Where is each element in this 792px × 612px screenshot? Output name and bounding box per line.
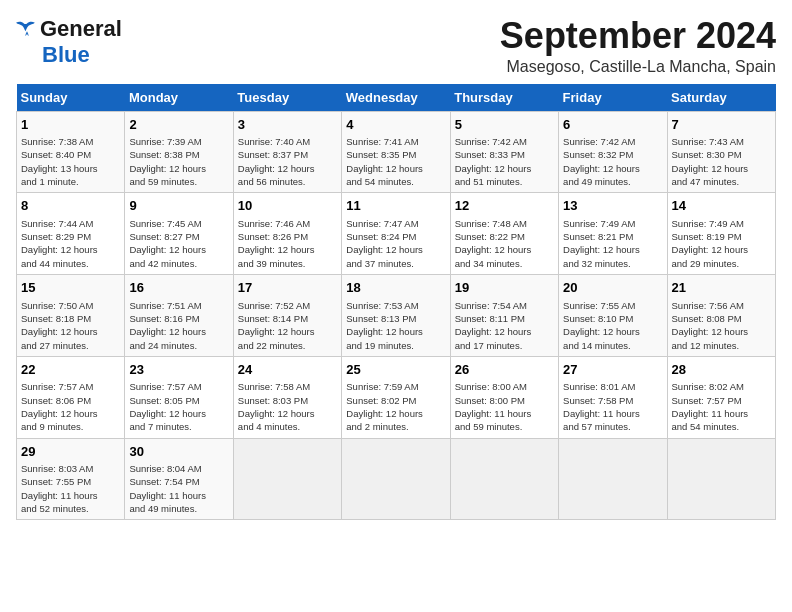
day-info: Sunrise: 7:58 AM Sunset: 8:03 PM Dayligh…: [238, 380, 337, 433]
calendar-header-row: SundayMondayTuesdayWednesdayThursdayFrid…: [17, 84, 776, 112]
day-info: Sunrise: 7:48 AM Sunset: 8:22 PM Dayligh…: [455, 217, 554, 270]
calendar-cell: 28Sunrise: 8:02 AM Sunset: 7:57 PM Dayli…: [667, 356, 775, 438]
day-info: Sunrise: 7:52 AM Sunset: 8:14 PM Dayligh…: [238, 299, 337, 352]
calendar-cell: 26Sunrise: 8:00 AM Sunset: 8:00 PM Dayli…: [450, 356, 558, 438]
calendar-cell: 17Sunrise: 7:52 AM Sunset: 8:14 PM Dayli…: [233, 275, 341, 357]
col-header-thursday: Thursday: [450, 84, 558, 112]
day-info: Sunrise: 7:44 AM Sunset: 8:29 PM Dayligh…: [21, 217, 120, 270]
day-info: Sunrise: 7:50 AM Sunset: 8:18 PM Dayligh…: [21, 299, 120, 352]
logo-blue: Blue: [42, 42, 90, 68]
calendar-table: SundayMondayTuesdayWednesdayThursdayFrid…: [16, 84, 776, 521]
calendar-cell: 8Sunrise: 7:44 AM Sunset: 8:29 PM Daylig…: [17, 193, 125, 275]
day-number: 18: [346, 279, 445, 297]
day-number: 16: [129, 279, 228, 297]
calendar-week-1: 1Sunrise: 7:38 AM Sunset: 8:40 PM Daylig…: [17, 111, 776, 193]
day-number: 29: [21, 443, 120, 461]
month-title: September 2024: [500, 16, 776, 56]
day-info: Sunrise: 7:46 AM Sunset: 8:26 PM Dayligh…: [238, 217, 337, 270]
day-number: 21: [672, 279, 771, 297]
calendar-cell: 27Sunrise: 8:01 AM Sunset: 7:58 PM Dayli…: [559, 356, 667, 438]
calendar-cell: 19Sunrise: 7:54 AM Sunset: 8:11 PM Dayli…: [450, 275, 558, 357]
day-number: 15: [21, 279, 120, 297]
calendar-cell: 12Sunrise: 7:48 AM Sunset: 8:22 PM Dayli…: [450, 193, 558, 275]
col-header-saturday: Saturday: [667, 84, 775, 112]
day-info: Sunrise: 7:39 AM Sunset: 8:38 PM Dayligh…: [129, 135, 228, 188]
day-number: 13: [563, 197, 662, 215]
calendar-cell: 1Sunrise: 7:38 AM Sunset: 8:40 PM Daylig…: [17, 111, 125, 193]
day-number: 27: [563, 361, 662, 379]
day-info: Sunrise: 7:38 AM Sunset: 8:40 PM Dayligh…: [21, 135, 120, 188]
calendar-cell: [342, 438, 450, 520]
calendar-cell: 18Sunrise: 7:53 AM Sunset: 8:13 PM Dayli…: [342, 275, 450, 357]
calendar-cell: 15Sunrise: 7:50 AM Sunset: 8:18 PM Dayli…: [17, 275, 125, 357]
calendar-cell: 20Sunrise: 7:55 AM Sunset: 8:10 PM Dayli…: [559, 275, 667, 357]
day-number: 10: [238, 197, 337, 215]
calendar-cell: 21Sunrise: 7:56 AM Sunset: 8:08 PM Dayli…: [667, 275, 775, 357]
day-info: Sunrise: 7:41 AM Sunset: 8:35 PM Dayligh…: [346, 135, 445, 188]
calendar-cell: 13Sunrise: 7:49 AM Sunset: 8:21 PM Dayli…: [559, 193, 667, 275]
day-info: Sunrise: 8:04 AM Sunset: 7:54 PM Dayligh…: [129, 462, 228, 515]
calendar-cell: 22Sunrise: 7:57 AM Sunset: 8:06 PM Dayli…: [17, 356, 125, 438]
calendar-week-4: 22Sunrise: 7:57 AM Sunset: 8:06 PM Dayli…: [17, 356, 776, 438]
bird-icon: [16, 20, 38, 38]
day-info: Sunrise: 7:55 AM Sunset: 8:10 PM Dayligh…: [563, 299, 662, 352]
calendar-cell: 23Sunrise: 7:57 AM Sunset: 8:05 PM Dayli…: [125, 356, 233, 438]
calendar-cell: [559, 438, 667, 520]
day-number: 19: [455, 279, 554, 297]
calendar-week-3: 15Sunrise: 7:50 AM Sunset: 8:18 PM Dayli…: [17, 275, 776, 357]
day-number: 20: [563, 279, 662, 297]
col-header-friday: Friday: [559, 84, 667, 112]
day-info: Sunrise: 7:57 AM Sunset: 8:06 PM Dayligh…: [21, 380, 120, 433]
day-number: 26: [455, 361, 554, 379]
day-info: Sunrise: 8:00 AM Sunset: 8:00 PM Dayligh…: [455, 380, 554, 433]
header: General Blue September 2024 Masegoso, Ca…: [16, 16, 776, 76]
day-number: 28: [672, 361, 771, 379]
day-info: Sunrise: 7:45 AM Sunset: 8:27 PM Dayligh…: [129, 217, 228, 270]
day-info: Sunrise: 7:53 AM Sunset: 8:13 PM Dayligh…: [346, 299, 445, 352]
calendar-cell: 9Sunrise: 7:45 AM Sunset: 8:27 PM Daylig…: [125, 193, 233, 275]
day-number: 22: [21, 361, 120, 379]
col-header-monday: Monday: [125, 84, 233, 112]
day-info: Sunrise: 7:40 AM Sunset: 8:37 PM Dayligh…: [238, 135, 337, 188]
day-info: Sunrise: 8:03 AM Sunset: 7:55 PM Dayligh…: [21, 462, 120, 515]
calendar-cell: 7Sunrise: 7:43 AM Sunset: 8:30 PM Daylig…: [667, 111, 775, 193]
logo: General Blue: [16, 16, 122, 68]
day-number: 12: [455, 197, 554, 215]
day-number: 24: [238, 361, 337, 379]
day-number: 14: [672, 197, 771, 215]
col-header-tuesday: Tuesday: [233, 84, 341, 112]
calendar-cell: [233, 438, 341, 520]
day-number: 23: [129, 361, 228, 379]
calendar-cell: 10Sunrise: 7:46 AM Sunset: 8:26 PM Dayli…: [233, 193, 341, 275]
day-info: Sunrise: 7:42 AM Sunset: 8:32 PM Dayligh…: [563, 135, 662, 188]
day-number: 4: [346, 116, 445, 134]
day-number: 7: [672, 116, 771, 134]
title-area: September 2024 Masegoso, Castille-La Man…: [500, 16, 776, 76]
day-info: Sunrise: 7:49 AM Sunset: 8:21 PM Dayligh…: [563, 217, 662, 270]
day-number: 1: [21, 116, 120, 134]
day-number: 30: [129, 443, 228, 461]
day-info: Sunrise: 7:47 AM Sunset: 8:24 PM Dayligh…: [346, 217, 445, 270]
logo-general: General: [40, 16, 122, 42]
day-number: 3: [238, 116, 337, 134]
calendar-cell: 3Sunrise: 7:40 AM Sunset: 8:37 PM Daylig…: [233, 111, 341, 193]
calendar-cell: 25Sunrise: 7:59 AM Sunset: 8:02 PM Dayli…: [342, 356, 450, 438]
calendar-cell: 11Sunrise: 7:47 AM Sunset: 8:24 PM Dayli…: [342, 193, 450, 275]
day-info: Sunrise: 7:42 AM Sunset: 8:33 PM Dayligh…: [455, 135, 554, 188]
day-number: 5: [455, 116, 554, 134]
calendar-cell: 4Sunrise: 7:41 AM Sunset: 8:35 PM Daylig…: [342, 111, 450, 193]
calendar-cell: 16Sunrise: 7:51 AM Sunset: 8:16 PM Dayli…: [125, 275, 233, 357]
calendar-cell: 14Sunrise: 7:49 AM Sunset: 8:19 PM Dayli…: [667, 193, 775, 275]
calendar-cell: [667, 438, 775, 520]
day-number: 2: [129, 116, 228, 134]
calendar-week-2: 8Sunrise: 7:44 AM Sunset: 8:29 PM Daylig…: [17, 193, 776, 275]
day-number: 17: [238, 279, 337, 297]
day-number: 8: [21, 197, 120, 215]
calendar-cell: 6Sunrise: 7:42 AM Sunset: 8:32 PM Daylig…: [559, 111, 667, 193]
day-info: Sunrise: 7:54 AM Sunset: 8:11 PM Dayligh…: [455, 299, 554, 352]
day-number: 11: [346, 197, 445, 215]
calendar-cell: [450, 438, 558, 520]
day-info: Sunrise: 8:02 AM Sunset: 7:57 PM Dayligh…: [672, 380, 771, 433]
col-header-wednesday: Wednesday: [342, 84, 450, 112]
calendar-cell: 29Sunrise: 8:03 AM Sunset: 7:55 PM Dayli…: [17, 438, 125, 520]
